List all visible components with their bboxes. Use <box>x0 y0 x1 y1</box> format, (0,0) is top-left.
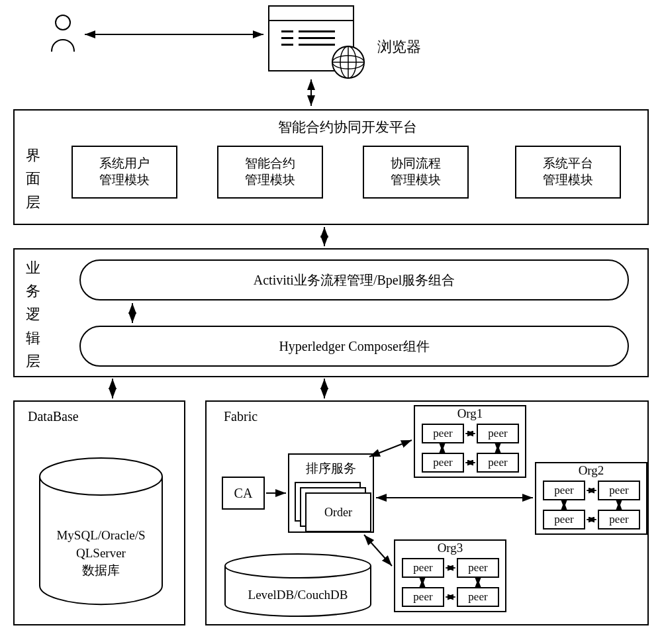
org3-peer-1: peer <box>457 558 499 578</box>
svg-point-7 <box>225 554 371 578</box>
org3-title: Org3 <box>394 541 506 555</box>
module-line1: 协同流程 <box>391 156 441 172</box>
module-line1: 系统平台 <box>543 156 593 172</box>
ca-box: CA <box>222 477 265 510</box>
db-text-l2: QLServer <box>76 545 126 563</box>
hyperledger-composer-box: Hyperledger Composer组件 <box>79 326 629 367</box>
org1-title: Org1 <box>414 406 526 421</box>
org1-peer-1: peer <box>477 424 519 443</box>
svg-point-0 <box>56 15 70 30</box>
module-process-mgmt: 协同流程 管理模块 <box>363 146 469 199</box>
ledger-db-cylinder-icon <box>222 553 374 619</box>
org2-peer-2: peer <box>543 510 585 529</box>
module-user-mgmt: 系统用户 管理模块 <box>71 146 177 199</box>
database-text: MySQL/Oracle/S QLServer 数据库 <box>40 523 162 584</box>
org3-peer-2: peer <box>402 587 444 607</box>
module-line2: 管理模块 <box>391 172 441 189</box>
globe-icon <box>331 45 365 79</box>
db-text-l1: MySQL/Oracle/S <box>56 527 145 545</box>
org3-peer-0: peer <box>402 558 444 578</box>
module-contract-mgmt: 智能合约 管理模块 <box>217 146 323 199</box>
browser-label: 浏览器 <box>377 37 421 57</box>
module-line1: 智能合约 <box>245 156 295 172</box>
svg-point-6 <box>40 458 162 495</box>
module-line1: 系统用户 <box>99 156 150 172</box>
org2-peer-0: peer <box>543 481 585 500</box>
org1-peer-0: peer <box>422 424 464 443</box>
ui-layer-title: 智能合约协同开发平台 <box>66 118 629 136</box>
module-line2: 管理模块 <box>245 172 295 189</box>
user-icon <box>46 13 79 53</box>
diagram-canvas: 浏览器 界面层 智能合约协同开发平台 系统用户 管理模块 智能合约 管理模块 协… <box>0 0 662 644</box>
fabric-title: Fabric <box>224 409 258 424</box>
org1-peer-3: peer <box>477 453 519 473</box>
orderer-title: 排序服务 <box>298 460 364 477</box>
ledger-db-label: LevelDB/CouchDB <box>228 588 367 602</box>
ui-layer-side-label: 界面层 <box>23 132 43 225</box>
db-text-l3: 数据库 <box>82 562 120 580</box>
org2-title: Org2 <box>535 463 647 478</box>
module-platform-mgmt: 系统平台 管理模块 <box>515 146 621 199</box>
order-box: Order <box>305 492 371 532</box>
org3-peer-3: peer <box>457 587 499 607</box>
module-line2: 管理模块 <box>99 172 150 189</box>
org2-peer-3: peer <box>598 510 640 529</box>
logic-layer-side-label: 业务逻辑层 <box>23 258 43 371</box>
database-title: DataBase <box>28 409 79 424</box>
org1-peer-2: peer <box>422 453 464 473</box>
org2-peer-1: peer <box>598 481 640 500</box>
activiti-bpel-box: Activiti业务流程管理/Bpel服务组合 <box>79 259 629 300</box>
module-line2: 管理模块 <box>543 172 593 189</box>
